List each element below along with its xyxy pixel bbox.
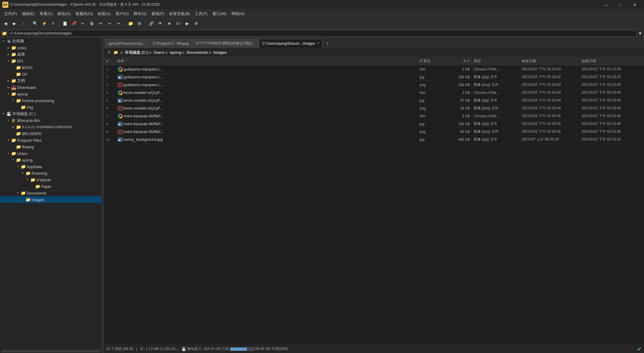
tree-item-thispc[interactable]: ▼ 🖥 此电脑 [0,38,102,44]
tb-up[interactable]: ↑ [19,19,28,28]
breadcrumb-item-2[interactable]: ayong [170,50,181,55]
tree-item-picproc[interactable]: ▼ 📁 Picture-processing [0,97,102,104]
menu-script[interactable]: 脚本(S) [131,10,149,17]
tree-item-users[interactable]: ▼ 📁 Users [0,150,102,157]
address-input[interactable] [8,30,637,37]
tab-add-button[interactable]: + [323,39,332,48]
table-row[interactable]: 7 mark-basarab-0bRbC... htm 3 KB Chrome … [104,112,644,120]
table-row[interactable]: 10 sunny_background.jpg jpg 468 KB 图像 (j… [104,136,644,143]
table-row[interactable]: 9 mark-basarab-0bRbC... png 89 KB 图像 (pn… [104,128,644,136]
tree-item-ffmpeg[interactable]: 📁 ffmpeg [0,143,102,150]
tb-back[interactable]: ◀ [1,19,10,28]
tb-cmd[interactable]: ▶ [183,19,191,28]
menu-pane[interactable]: 窗格(P) [149,10,167,17]
file-created: 2021/4/22 下午 02:16:44 [582,106,642,111]
table-row[interactable]: 4 kevin-mueller-lzQcyF... htm 3 KB Chrom… [104,89,644,97]
tree-hscrollbar[interactable] [1,350,100,352]
table-row[interactable]: 5 kevin-mueller-lzQcyF... jpg 47 KB 图像 (… [104,97,644,104]
tb-eye[interactable]: 👁 [156,19,164,28]
tree-item-xyplorer[interactable]: ▼ 📁 XYplorer [0,176,102,183]
tree-item-oc[interactable]: 📁 OC [0,71,102,77]
tree-item-downloads[interactable]: ▶ 📥 Downloads [0,84,102,91]
tree-item-appdata[interactable]: ▼ 📁 AppData [0,163,102,170]
tb-tag[interactable]: 🏷 [174,19,182,28]
tree-item-rl3s5pd[interactable]: 📁 $RL3S5PD [0,130,102,137]
tab-0[interactable]: ayong\Picture-proces... [105,39,148,48]
tb-rename[interactable]: ✏ [97,19,105,28]
tb-gear[interactable]: ⚙ [192,19,200,28]
tab-close-3[interactable]: ✕ [317,41,319,45]
col-ext[interactable]: 扩展名 [420,59,447,64]
tree-item-paper[interactable]: 📁 Paper [0,183,102,190]
tree-item-progfiles[interactable]: ▼ 📁 Program Files [0,137,102,143]
menu-favorites[interactable]: 收藏夹(O) [73,10,95,17]
breadcrumb-menu-button[interactable]: ≡ [106,49,113,56]
table-row[interactable]: 6 kevin-mueller-lzQcyF... png 36 KB 图像 (… [104,104,644,112]
table-row[interactable]: 1 guillaume-marques-L... htm 3 KB Chrome… [104,65,644,73]
col-type[interactable]: 类型 [474,59,522,64]
menu-help[interactable]: 帮助(H) [229,10,247,17]
tree-item-recycle[interactable]: ▼ 🗑 $Recycle.Bin [0,117,102,124]
tree-item-desktop[interactable]: ▶ 📁 桌面 [0,51,102,58]
tree-item-roaming[interactable]: ▼ 📁 Roaming [0,170,102,176]
breadcrumb-item-4[interactable]: images [213,50,227,55]
tree-item-img[interactable]: 📁 img [0,104,102,110]
col-size[interactable]: 大小 [447,59,474,64]
tb-undo[interactable]: ↩ [106,19,114,28]
tb-view[interactable]: ⊞ [135,19,144,28]
tb-new-folder[interactable]: 📁 [126,19,135,28]
tree-item-documents[interactable]: ▼ 📁 Documents [0,190,102,196]
tab-label-1: C:\Program F...\ffmpeg [152,41,189,46]
folder-icon-downloads: 📥 [11,85,16,90]
tree-item-efi[interactable]: ▼ 📁 EFI [0,58,102,64]
tb-sort[interactable]: ≡ [49,19,57,28]
tree-item-docs[interactable]: ▶ 📁 文档 [0,77,102,84]
tb-copy[interactable]: 📋 [61,19,69,28]
breadcrumb-item-1[interactable]: Users [154,50,164,55]
tree-item-boot[interactable]: 📁 BOOT [0,64,102,71]
col-modified[interactable]: 修改日期 [522,59,582,64]
col-name[interactable]: 名称 ↑ [117,59,420,64]
tb-cut[interactable]: ✂ [79,19,87,28]
tb-delete[interactable]: 🗑 [88,19,96,28]
tb-forward[interactable]: ▶ [10,19,19,28]
table-row[interactable]: 8 mark-basarab-0bRbC... jpg 155 KB 图像 (j… [104,120,644,128]
tb-paste[interactable]: 📌 [70,19,78,28]
tree-item-sid[interactable]: ▶ 📁 S-1-5-21-161940660-2190535330... [0,124,102,130]
tree-item-links[interactable]: ▶ 📁 Links [0,44,102,51]
tb-connect[interactable]: 🔗 [147,19,155,28]
breadcrumb-item-0[interactable]: 本地磁盘 (C:) [125,50,148,55]
table-row[interactable]: 3 guillaume-marques-L... png 109 KB 图像 (… [104,81,644,89]
col-num[interactable]: # [106,59,117,63]
close-button[interactable]: ✕ [628,0,642,10]
minimize-button[interactable]: — [599,0,613,10]
menu-tabset[interactable]: 标签页集(B) [167,10,192,17]
tree-item-ayong2[interactable]: ▼ 📁 ayong [0,157,102,163]
menu-go[interactable]: 跳转(G) [55,10,73,17]
tb-star[interactable]: ★ [165,19,173,28]
file-list[interactable]: 1 guillaume-marques-L... htm 3 KB Chrome… [104,65,644,345]
tree-scroll[interactable]: ▼ 🖥 此电脑 ▶ 📁 Links ▶ 📁 桌面 ▼ 📁 EFI [0,38,102,349]
tree-item-drive-c[interactable]: ▼ 💾 本地磁盘 (C:) [0,110,102,117]
menu-file[interactable]: 文件(F) [2,10,19,17]
expander-paper [30,184,35,189]
maximize-button[interactable]: □ [613,0,627,10]
tree-item-ayong[interactable]: ▼ 📁 ayong [0,91,102,97]
tab-1[interactable]: C:\Program F...\ffmpeg [149,39,192,48]
col-created[interactable]: 创建日期 [582,59,642,64]
menu-tools[interactable]: 工具(T) [192,10,210,17]
folder-icon-appdata: 📁 [20,164,26,169]
tb-redo[interactable]: ↪ [115,19,123,28]
breadcrumb-item-3[interactable]: Documents [187,50,208,55]
tab-3[interactable]: C:\Users\ayong\Docum...\images ✕ [259,39,323,48]
menu-edit[interactable]: 编辑(E) [19,10,37,17]
menu-tags[interactable]: 标签(A) [95,10,113,17]
menu-view[interactable]: 查看(V) [37,10,55,17]
table-row[interactable]: 2 guillaume-marques-L... jpg 246 KB 图像 (… [104,73,644,81]
tb-filter[interactable]: ⚡ [40,19,48,28]
tab-2[interactable]: D:\YYYYMMDD [模板]\内推\[日期]-[... [193,39,258,48]
tb-search[interactable]: 🔍 [31,19,39,28]
tree-item-images[interactable]: 📁 images [0,196,102,203]
menu-user[interactable]: 用户(U) [113,10,131,17]
menu-window[interactable]: 窗口(W) [210,10,229,17]
